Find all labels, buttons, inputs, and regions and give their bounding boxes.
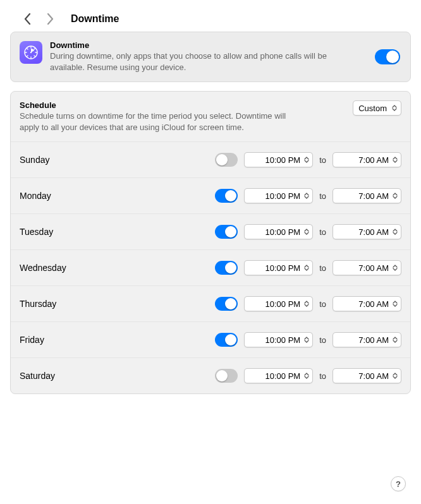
stepper-icon [391, 227, 399, 237]
to-label: to [319, 371, 326, 381]
stepper-icon [303, 335, 310, 345]
day-toggle[interactable] [215, 225, 238, 239]
to-label: to [319, 155, 326, 165]
from-time-field[interactable]: 10:00 PM [244, 332, 313, 347]
schedule-row: Wednesday10:00 PMto7:00 AM [11, 250, 410, 286]
from-time-value: 10:00 PM [250, 371, 301, 381]
to-time-field[interactable]: 7:00 AM [333, 332, 401, 347]
downtime-hero-description: During downtime, only apps that you choo… [50, 51, 362, 73]
stepper-icon [391, 103, 398, 113]
forward-button[interactable] [44, 10, 56, 28]
clock-gauge-icon [23, 45, 39, 60]
to-time-field[interactable]: 7:00 AM [333, 152, 401, 167]
schedule-panel: Schedule Schedule turns on downtime for … [10, 91, 411, 394]
to-time-value: 7:00 AM [338, 299, 389, 309]
schedule-row: Tuesday10:00 PMto7:00 AM [11, 214, 410, 250]
back-button[interactable] [21, 10, 33, 28]
day-label: Sunday [20, 155, 215, 165]
from-time-value: 10:00 PM [250, 299, 301, 309]
to-time-value: 7:00 AM [338, 227, 389, 237]
from-time-value: 10:00 PM [250, 227, 301, 237]
day-label: Thursday [20, 299, 215, 309]
day-toggle[interactable] [215, 261, 238, 275]
stepper-icon [303, 227, 310, 237]
from-time-field[interactable]: 10:00 PM [244, 296, 313, 311]
stepper-icon [391, 371, 399, 381]
downtime-hero-title: Downtime [50, 40, 362, 50]
day-label: Monday [20, 191, 215, 201]
svg-line-5 [27, 49, 28, 49]
day-toggle[interactable] [215, 153, 238, 167]
to-time-field[interactable]: 7:00 AM [333, 188, 401, 203]
to-time-value: 7:00 AM [338, 263, 389, 273]
from-time-value: 10:00 PM [250, 335, 301, 345]
schedule-mode-value: Custom [358, 104, 387, 113]
to-label: to [319, 299, 326, 309]
schedule-row: Saturday10:00 PMto7:00 AM [11, 358, 410, 393]
page-title: Downtime [71, 13, 119, 25]
to-time-field[interactable]: 7:00 AM [333, 224, 401, 239]
svg-point-9 [30, 52, 32, 53]
from-time-value: 10:00 PM [250, 155, 301, 165]
svg-line-8 [34, 49, 35, 49]
svg-line-6 [34, 56, 35, 56]
from-time-value: 10:00 PM [250, 263, 301, 273]
day-toggle[interactable] [215, 297, 238, 311]
to-time-field[interactable]: 7:00 AM [333, 260, 401, 275]
to-time-value: 7:00 AM [338, 155, 389, 165]
to-label: to [319, 335, 326, 345]
from-time-field[interactable]: 10:00 PM [244, 152, 313, 167]
from-time-field[interactable]: 10:00 PM [244, 260, 313, 275]
downtime-icon [20, 41, 42, 64]
to-time-field[interactable]: 7:00 AM [333, 368, 401, 383]
from-time-field[interactable]: 10:00 PM [244, 368, 313, 383]
stepper-icon [303, 155, 310, 165]
from-time-field[interactable]: 10:00 PM [244, 224, 313, 239]
schedule-mode-select[interactable]: Custom [353, 100, 401, 116]
help-icon: ? [396, 479, 401, 489]
stepper-icon [391, 191, 399, 201]
day-toggle[interactable] [215, 333, 238, 347]
day-label: Tuesday [20, 227, 215, 237]
schedule-title: Schedule [20, 100, 346, 110]
from-time-field[interactable]: 10:00 PM [244, 188, 313, 203]
to-time-value: 7:00 AM [338, 191, 389, 201]
chevron-left-icon [24, 13, 31, 25]
stepper-icon [303, 299, 310, 309]
stepper-icon [303, 371, 310, 381]
to-time-value: 7:00 AM [338, 371, 389, 381]
schedule-row: Thursday10:00 PMto7:00 AM [11, 286, 410, 322]
header: Downtime [10, 6, 411, 32]
day-label: Wednesday [20, 263, 215, 273]
schedule-row: Sunday10:00 PMto7:00 AM [11, 142, 410, 178]
day-label: Friday [20, 335, 215, 345]
day-label: Saturday [20, 371, 215, 381]
help-button[interactable]: ? [391, 476, 406, 491]
stepper-icon [303, 263, 310, 273]
schedule-row: Friday10:00 PMto7:00 AM [11, 322, 410, 358]
downtime-hero: Downtime During downtime, only apps that… [10, 32, 411, 82]
to-label: to [319, 191, 326, 201]
stepper-icon [391, 155, 399, 165]
svg-line-7 [27, 56, 28, 56]
stepper-icon [391, 335, 399, 345]
from-time-value: 10:00 PM [250, 191, 301, 201]
schedule-rows: Sunday10:00 PMto7:00 AMMonday10:00 PMto7… [11, 141, 410, 393]
chevron-right-icon [47, 13, 54, 25]
schedule-row: Monday10:00 PMto7:00 AM [11, 178, 410, 214]
downtime-master-toggle[interactable] [375, 49, 400, 64]
day-toggle[interactable] [215, 369, 238, 383]
settings-pane: Downtime Downtime D [0, 0, 421, 504]
downtime-hero-text: Downtime During downtime, only apps that… [50, 40, 362, 73]
to-label: to [319, 227, 326, 237]
schedule-description: Schedule turns on downtime for the time … [20, 111, 298, 133]
stepper-icon [391, 263, 399, 273]
schedule-header: Schedule Schedule turns on downtime for … [11, 92, 410, 141]
to-time-value: 7:00 AM [338, 335, 389, 345]
stepper-icon [303, 191, 310, 201]
day-toggle[interactable] [215, 189, 238, 203]
to-time-field[interactable]: 7:00 AM [333, 296, 401, 311]
to-label: to [319, 263, 326, 273]
stepper-icon [391, 299, 399, 309]
